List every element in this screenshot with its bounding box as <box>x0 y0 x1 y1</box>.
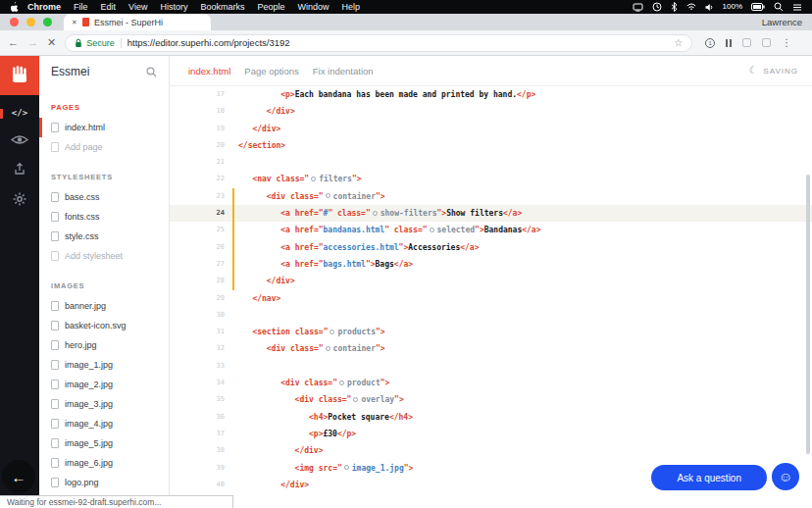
battery-icon[interactable] <box>751 3 765 11</box>
editor-scrollbar[interactable] <box>806 175 810 454</box>
superhi-logo[interactable] <box>0 56 39 95</box>
code-editor[interactable]: 17<p>Each bandana has been made and prin… <box>170 86 812 508</box>
forward-icon[interactable]: → <box>27 37 38 48</box>
code-line-30[interactable]: 30 <box>170 307 812 324</box>
file-image-1-jpg[interactable]: image_1.jpg <box>39 355 169 375</box>
file-base-css[interactable]: base.css <box>39 187 169 207</box>
publish-button[interactable] <box>0 162 39 176</box>
menu-item-file[interactable]: File <box>74 2 88 12</box>
file-image-4-jpg[interactable]: image_4.jpg <box>39 414 169 433</box>
bookmark-star-icon[interactable]: ☆ <box>674 38 683 48</box>
editor-main: index.htmlPage optionsFix indentation ☾ … <box>170 56 812 508</box>
file-image-2-jpg[interactable]: image_2.jpg <box>39 375 169 394</box>
settings-button[interactable] <box>0 192 39 206</box>
menu-item-help[interactable]: Help <box>341 2 360 12</box>
code-line-22[interactable]: 22<nav class="filters"> <box>170 171 812 187</box>
window-zoom-button[interactable] <box>43 18 52 26</box>
token-txt: Show filters <box>446 209 503 218</box>
code-line-18[interactable]: 18</div> <box>170 103 812 120</box>
code-line-23[interactable]: 23<div class="container"> <box>170 188 812 205</box>
line-number: 22 <box>170 171 225 187</box>
security-chip[interactable]: Secure <box>75 38 115 48</box>
clock-icon[interactable] <box>652 2 662 12</box>
editor-tab-page-options[interactable]: Page options <box>244 66 298 76</box>
file-index-html[interactable]: index.html <box>39 118 169 137</box>
line-number: 37 <box>170 426 225 442</box>
token-tag: <h4> <box>309 413 328 422</box>
spotlight-search-icon[interactable] <box>774 2 784 12</box>
file-image-5-jpg[interactable]: image_5.jpg <box>39 433 169 453</box>
browser-tab[interactable]: ✕ Essmei - SuperHi <box>64 14 211 30</box>
code-line-27[interactable]: 27<a href="bags.html">Bags</a> <box>170 256 812 273</box>
token-tag: <a href=" <box>280 209 323 218</box>
menu-item-window[interactable]: Window <box>297 2 329 12</box>
line-number: 34 <box>170 375 225 391</box>
code-line-32[interactable]: 32<div class="container"> <box>170 340 812 357</box>
display-icon[interactable] <box>633 3 643 12</box>
file-fonts-css[interactable]: fonts.css <box>39 207 169 227</box>
code-line-34[interactable]: 34<div class="product"> <box>170 375 812 391</box>
code-line-38[interactable]: 38</div> <box>170 442 812 459</box>
file-banner-jpg[interactable]: banner.jpg <box>39 296 169 316</box>
code-line-20[interactable]: 20</section> <box>170 137 812 154</box>
file-hero-jpg[interactable]: hero.jpg <box>39 335 169 355</box>
code-line-35[interactable]: 35<div class="overlay"> <box>170 391 812 408</box>
code-line-33[interactable]: 33 <box>170 358 812 375</box>
file-basket-icon-svg[interactable]: basket-icon.svg <box>39 316 169 335</box>
window-minimize-button[interactable] <box>26 18 35 26</box>
code-line-26[interactable]: 26<a href="accessories.html">Accessories… <box>170 239 812 256</box>
file-image-3-jpg[interactable]: image_3.jpg <box>39 394 169 414</box>
back-fab-button[interactable]: ← <box>2 460 35 493</box>
code-line-28[interactable]: 28</div> <box>170 273 812 289</box>
file-add-page[interactable]: Add page <box>39 137 169 157</box>
editor-tab-index-html[interactable]: index.html <box>188 66 230 76</box>
extension-window-icon-2[interactable] <box>762 38 771 47</box>
window-close-button[interactable] <box>10 18 19 26</box>
browser-menu-icon[interactable]: ⋮ <box>782 37 791 48</box>
menu-item-history[interactable]: History <box>160 2 187 12</box>
file-add-stylesheet[interactable]: Add stylesheet <box>39 246 169 266</box>
stop-loading-icon[interactable]: ✕ <box>47 37 56 48</box>
wifi-icon[interactable] <box>686 3 696 11</box>
apple-menu-icon[interactable] <box>10 2 19 13</box>
ask-question-button[interactable]: Ask a question <box>651 465 767 490</box>
code-line-17[interactable]: 17<p>Each bandana has been made and prin… <box>170 86 812 103</box>
preview-button[interactable] <box>0 134 39 145</box>
code-line-19[interactable]: 19</div> <box>170 121 812 137</box>
token-tag: <p> <box>309 430 323 438</box>
code-line-29[interactable]: 29</nav> <box>170 290 812 307</box>
volume-icon[interactable] <box>705 3 714 12</box>
code-line-25[interactable]: 25<a href="bandanas.html" class="selecte… <box>170 222 812 238</box>
code-line-21[interactable]: 21 <box>170 154 812 171</box>
browser-toolbar: ← → ✕ Secure https://editor.superhi.com/… <box>0 30 812 56</box>
address-bar[interactable]: Secure https://editor.superhi.com/projec… <box>65 34 692 52</box>
code-line-36[interactable]: 36<h4>Pocket square</h4> <box>170 409 812 426</box>
chrome-profile-name[interactable]: Lawrence <box>762 17 802 27</box>
code-view-button[interactable]: </> <box>0 108 39 118</box>
back-icon[interactable]: ← <box>8 37 19 48</box>
tab-close-icon[interactable]: ✕ <box>72 19 77 26</box>
menu-item-people[interactable]: People <box>257 2 284 12</box>
menu-item-bookmarks[interactable]: Bookmarks <box>200 2 244 12</box>
pause-extension-icon[interactable] <box>726 39 732 47</box>
menu-item-edit[interactable]: Edit <box>101 2 117 12</box>
editor-rail: </> <box>0 56 39 508</box>
chat-fab-button[interactable]: ☺ <box>772 463 799 490</box>
bluetooth-icon[interactable] <box>671 2 678 12</box>
search-icon[interactable] <box>146 67 157 77</box>
code-text: <div class="container"> <box>238 188 812 205</box>
file-image-6-jpg[interactable]: image_6.jpg <box>39 453 169 473</box>
notification-center-icon[interactable] <box>792 3 802 11</box>
menu-item-chrome[interactable]: Chrome <box>27 2 61 12</box>
code-line-24[interactable]: 24<a href="#" class="show-filters">Show … <box>170 205 812 222</box>
line-number: 30 <box>170 307 225 324</box>
code-line-37[interactable]: 37<p>£30</p> <box>170 426 812 442</box>
file-logo-png[interactable]: logo.png <box>39 473 169 492</box>
file-style-css[interactable]: style.css <box>39 227 169 246</box>
code-line-31[interactable]: 31<section class="products"> <box>170 324 812 340</box>
menu-item-view[interactable]: View <box>128 2 147 12</box>
class-color-dot-icon <box>326 346 330 351</box>
extension-badge-icon[interactable]: 1 <box>705 38 715 48</box>
extension-window-icon[interactable] <box>742 38 751 47</box>
editor-tab-fix-indentation[interactable]: Fix indentation <box>313 66 374 76</box>
